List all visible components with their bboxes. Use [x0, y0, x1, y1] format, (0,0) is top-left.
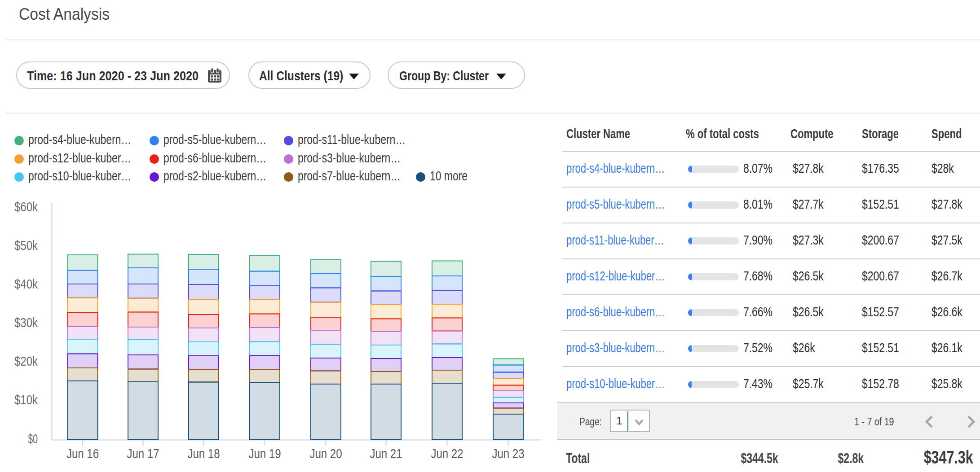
- svg-text:$20k: $20k: [14, 354, 38, 368]
- svg-text:$0: $0: [28, 432, 38, 446]
- svg-text:Jun 23: Jun 23: [492, 446, 525, 461]
- svg-text:$60k: $60k: [14, 200, 38, 214]
- svg-text:$40k: $40k: [14, 277, 38, 291]
- svg-text:Jun 17: Jun 17: [127, 446, 159, 461]
- svg-text:Jun 20: Jun 20: [310, 446, 342, 461]
- svg-text:Jun 18: Jun 18: [188, 446, 220, 461]
- svg-text:$10k: $10k: [14, 393, 38, 407]
- svg-text:Jun 21: Jun 21: [370, 446, 402, 461]
- svg-text:Jun 22: Jun 22: [431, 446, 464, 461]
- svg-text:Jun 16: Jun 16: [66, 446, 99, 461]
- svg-text:Jun 19: Jun 19: [249, 446, 281, 461]
- svg-text:$30k: $30k: [14, 315, 38, 330]
- svg-text:$50k: $50k: [14, 238, 38, 253]
